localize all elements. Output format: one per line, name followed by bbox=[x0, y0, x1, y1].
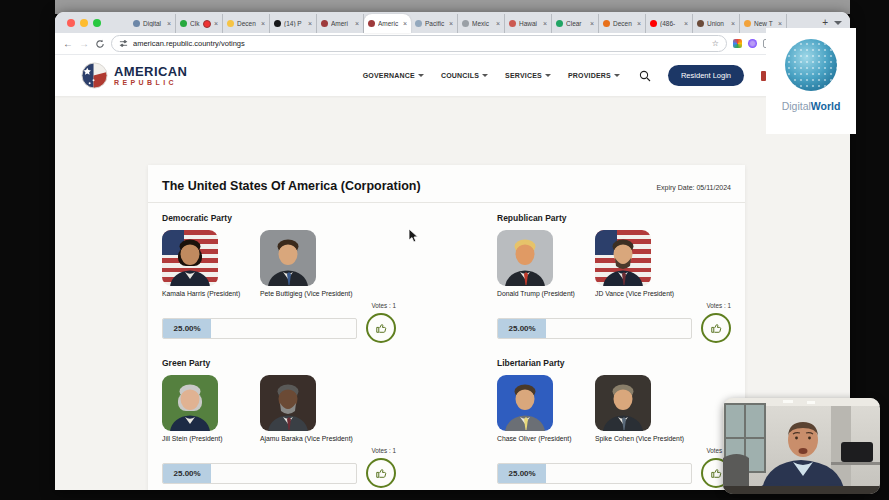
tab-favicon bbox=[368, 20, 375, 27]
vote-progress-fill: 25.00% bbox=[498, 319, 546, 338]
candidate-photo bbox=[595, 230, 651, 286]
digitalworld-globe-icon bbox=[780, 35, 842, 97]
nav-item-label: COUNCILS bbox=[441, 72, 479, 79]
tab-title: New T bbox=[754, 20, 775, 27]
candidate-card: Jill Stein (President) bbox=[162, 375, 218, 442]
tab-close-icon[interactable]: × bbox=[261, 20, 265, 27]
tab-close-icon[interactable]: × bbox=[449, 20, 453, 27]
vote-progress-fill: 25.00% bbox=[498, 464, 546, 483]
nav-item-services[interactable]: SERVICES bbox=[505, 72, 551, 79]
candidate-card: Chase Oliver (President) bbox=[497, 375, 553, 442]
tab-title: Clear bbox=[566, 20, 587, 27]
tab-favicon bbox=[227, 20, 234, 27]
tab-close-icon[interactable]: × bbox=[308, 20, 312, 27]
tab-favicon bbox=[556, 20, 563, 27]
close-window-button[interactable] bbox=[67, 19, 75, 27]
chevron-down-icon bbox=[614, 74, 620, 77]
tab-favicon bbox=[650, 20, 657, 27]
browser-tab[interactable]: Clear× bbox=[552, 14, 599, 33]
candidate-name: Pete Buttigieg (Vice President) bbox=[260, 290, 316, 297]
browser-toolbar: ← → american.republic.country/votings ☆ bbox=[55, 33, 850, 55]
tab-close-icon[interactable]: × bbox=[731, 20, 735, 27]
tab-close-icon[interactable]: × bbox=[496, 20, 500, 27]
vote-progress-bar: 25.00% bbox=[162, 318, 357, 339]
nav-item-providers[interactable]: PROVIDERS bbox=[568, 72, 620, 79]
candidate-name: Kamala Harris (President) bbox=[162, 290, 218, 297]
browser-tab[interactable]: Pacific× bbox=[411, 14, 458, 33]
browser-tab[interactable]: Clk× bbox=[176, 14, 223, 33]
search-icon[interactable] bbox=[639, 70, 651, 82]
tab-title: (14) P bbox=[284, 20, 305, 27]
party-section: Republican Party Donald Trump (President… bbox=[497, 213, 731, 343]
candidate-photo bbox=[260, 230, 316, 286]
browser-tab[interactable]: Ameri× bbox=[317, 14, 364, 33]
nav-item-governance[interactable]: GOVERNANCE bbox=[363, 72, 424, 79]
tab-title: Mexic bbox=[472, 20, 493, 27]
party-name: Republican Party bbox=[497, 213, 731, 223]
divider bbox=[148, 202, 745, 203]
nav-item-councils[interactable]: COUNCILS bbox=[441, 72, 488, 79]
minimize-window-button[interactable] bbox=[80, 19, 88, 27]
candidate-card: Donald Trump (President) bbox=[497, 230, 553, 297]
votes-label: Votes : 1 bbox=[162, 447, 396, 455]
tab-close-icon[interactable]: × bbox=[778, 20, 782, 27]
vote-percent: 25.00% bbox=[174, 324, 201, 333]
extension-icon-2[interactable] bbox=[748, 39, 757, 48]
party-section: Democratic Party Kamala Harris (Presiden… bbox=[162, 213, 396, 343]
tab-close-icon[interactable]: × bbox=[684, 20, 688, 27]
chevron-down-icon bbox=[418, 74, 424, 77]
candidate-row: Donald Trump (President) JD Vance (Vice … bbox=[497, 230, 731, 297]
reload-button[interactable] bbox=[95, 39, 105, 49]
tab-close-icon[interactable]: × bbox=[167, 20, 171, 27]
webcam-video bbox=[723, 398, 880, 494]
candidate-name: JD Vance (Vice President) bbox=[595, 290, 651, 297]
vote-percent: 25.00% bbox=[174, 469, 201, 478]
vote-thumbs-up-button[interactable] bbox=[701, 313, 731, 343]
tab-close-icon[interactable]: × bbox=[590, 20, 594, 27]
recording-dot-icon bbox=[203, 20, 211, 28]
browser-tab[interactable]: (14) P× bbox=[270, 14, 317, 33]
chevron-down-icon bbox=[482, 74, 488, 77]
site-logo[interactable]: AMERICAN REPUBLIC bbox=[81, 62, 187, 89]
back-button[interactable]: ← bbox=[63, 39, 73, 49]
resident-login-button[interactable]: Resident Login bbox=[668, 65, 744, 86]
tab-close-icon[interactable]: × bbox=[355, 20, 359, 27]
presenter-scene bbox=[723, 398, 880, 494]
browser-tab[interactable]: Americ× bbox=[364, 14, 411, 33]
tab-title: Digital bbox=[143, 20, 164, 27]
new-tab-button[interactable]: + bbox=[816, 17, 834, 28]
browser-tab[interactable]: Decen× bbox=[599, 14, 646, 33]
candidate-card: Spike Cohen (Vice President) bbox=[595, 375, 651, 442]
voting-card: The United States Of America (Corporatio… bbox=[148, 165, 745, 490]
browser-tab[interactable]: Hawai× bbox=[505, 14, 552, 33]
vote-percent: 25.00% bbox=[509, 469, 536, 478]
tab-close-icon[interactable]: × bbox=[403, 20, 407, 27]
tab-overflow-chevron-icon[interactable] bbox=[834, 21, 842, 25]
browser-tab[interactable]: Union× bbox=[693, 14, 740, 33]
extension-icon-1[interactable] bbox=[733, 39, 742, 48]
candidate-card: Ajamu Baraka (Vice President) bbox=[260, 375, 316, 442]
candidate-name: Chase Oliver (President) bbox=[497, 435, 553, 442]
tab-close-icon[interactable]: × bbox=[214, 20, 218, 27]
candidate-photo bbox=[497, 375, 553, 431]
tab-close-icon[interactable]: × bbox=[637, 20, 641, 27]
tab-close-icon[interactable]: × bbox=[543, 20, 547, 27]
candidate-name: Jill Stein (President) bbox=[162, 435, 218, 442]
url-text[interactable]: american.republic.country/votings bbox=[133, 39, 707, 48]
site-info-icon[interactable] bbox=[119, 39, 128, 48]
maximize-window-button[interactable] bbox=[93, 19, 101, 27]
vote-thumbs-up-button[interactable] bbox=[366, 458, 396, 488]
browser-tab[interactable]: Mexic× bbox=[458, 14, 505, 33]
forward-button[interactable]: → bbox=[79, 39, 89, 49]
browser-tab[interactable]: Decen× bbox=[223, 14, 270, 33]
tab-favicon bbox=[180, 20, 187, 27]
vote-thumbs-up-button[interactable] bbox=[366, 313, 396, 343]
votes-label: Votes : 1 bbox=[497, 447, 731, 455]
vote-row: 25.00% bbox=[162, 313, 396, 343]
browser-tab[interactable]: Digital× bbox=[129, 14, 176, 33]
vote-progress-bar: 25.00% bbox=[497, 463, 692, 484]
address-bar[interactable]: american.republic.country/votings ☆ bbox=[111, 35, 727, 52]
browser-tab[interactable]: (486-× bbox=[646, 14, 693, 33]
bookmark-star-icon[interactable]: ☆ bbox=[712, 39, 719, 48]
chevron-down-icon bbox=[545, 74, 551, 77]
